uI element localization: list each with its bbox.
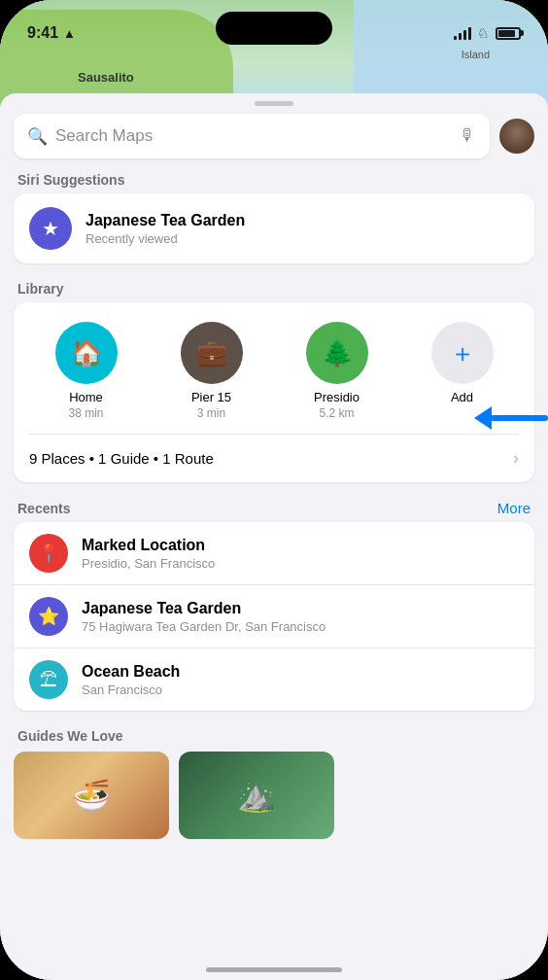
library-item-add-detail [461, 406, 463, 420]
beach-icon: ⛱ [40, 670, 57, 690]
home-icon-circle: 🏠 [55, 322, 118, 384]
pin-icon: 📍 [38, 542, 59, 564]
library-item-home[interactable]: 🏠 Home 38 min [48, 322, 125, 420]
tea-garden-name: Japanese Tea Garden [82, 600, 519, 617]
library-item-presidio-detail: 5.2 km [319, 406, 354, 420]
search-icon: 🔍 [27, 126, 48, 147]
library-item-pier[interactable]: 💼 Pier 15 3 min [173, 322, 251, 420]
main-panel: 🔍 Search Maps 🎙 Siri Suggestions ★ Japan… [0, 93, 548, 980]
briefcase-icon: 💼 [196, 338, 227, 368]
library-summary-text: 9 Places • 1 Guide • 1 Route [29, 450, 214, 467]
marked-location-name: Marked Location [82, 537, 519, 554]
tea-garden-info: Japanese Tea Garden 75 Hagiwara Tea Gard… [82, 600, 519, 634]
signal-bars-icon [454, 26, 471, 40]
wifi-icon: ♘ [477, 25, 490, 41]
guide-thumb-nature[interactable]: ⛰️ [179, 752, 334, 839]
signal-bar-3 [463, 30, 466, 40]
status-time: 9:41 [27, 24, 58, 42]
phone-frame: Sausalito Island 9:41 ▲ ♘ � [0, 0, 548, 980]
mic-icon[interactable]: 🎙 [460, 126, 476, 146]
library-item-home-name: Home [69, 390, 103, 404]
plus-icon: ＋ [450, 336, 475, 370]
library-card: 🏠 Home 38 min 💼 Pier 15 3 min [14, 302, 534, 482]
guide-thumb-food[interactable]: 🍜 [14, 752, 169, 839]
star-recent-icon: ⭐ [38, 606, 59, 627]
nature-thumb-emoji: ⛰️ [237, 777, 276, 814]
battery-fill [498, 30, 515, 37]
avatar[interactable] [499, 119, 534, 154]
location-arrow-icon: ▲ [63, 26, 76, 41]
guides-thumbnails: 🍜 ⛰️ [0, 752, 548, 858]
presidio-icon-circle: 🌲 [306, 322, 368, 384]
recents-label: Recents [17, 501, 70, 516]
guides-label: Guides We Love [0, 715, 548, 752]
marked-location-info: Marked Location Presidio, San Francisco [82, 537, 519, 571]
swipe-arrow-indicator [474, 406, 548, 430]
library-item-add[interactable]: ＋ Add [424, 322, 501, 420]
library-item-add-name: Add [451, 390, 473, 404]
recents-header: Recents More [0, 486, 548, 522]
library-item-pier-detail: 3 min [197, 406, 225, 420]
ocean-beach-address: San Francisco [82, 682, 519, 697]
search-bar[interactable]: 🔍 Search Maps 🎙 [14, 114, 490, 158]
library-item-presidio[interactable]: 🌲 Presidio 5.2 km [298, 322, 376, 420]
ocean-beach-name: Ocean Beach [82, 663, 519, 681]
house-icon: 🏠 [71, 338, 102, 368]
chevron-right-icon: › [513, 448, 519, 469]
battery-icon [496, 27, 521, 40]
star-icon: ★ [42, 217, 59, 240]
signal-bar-1 [454, 36, 457, 40]
avatar-face [499, 119, 534, 154]
add-icon-circle: ＋ [431, 322, 494, 384]
signal-bar-4 [468, 27, 471, 40]
library-item-pier-name: Pier 15 [191, 390, 231, 404]
library-summary-row[interactable]: 9 Places • 1 Guide • 1 Route › [14, 435, 534, 482]
arrow-shaft [490, 415, 548, 421]
search-placeholder: Search Maps [55, 126, 452, 146]
dynamic-island [216, 12, 332, 45]
ocean-beach-info: Ocean Beach San Francisco [82, 663, 519, 697]
food-thumb-emoji: 🍜 [72, 777, 111, 814]
library-item-home-detail: 38 min [68, 406, 103, 420]
ocean-beach-icon: ⛱ [29, 660, 68, 699]
tea-garden-icon: ⭐ [29, 597, 68, 636]
marked-location-address: Presidio, San Francisco [82, 556, 519, 571]
siri-suggestion-item[interactable]: ★ Japanese Tea Garden Recently viewed [14, 193, 534, 263]
siri-suggestion-info: Japanese Tea Garden Recently viewed [86, 212, 245, 246]
signal-bar-2 [459, 33, 462, 40]
recent-item-marked-location[interactable]: 📍 Marked Location Presidio, San Francisc… [14, 522, 534, 584]
tree-icon: 🌲 [322, 338, 353, 368]
pier-icon-circle: 💼 [181, 322, 243, 384]
search-bar-container: 🔍 Search Maps 🎙 [0, 106, 548, 168]
recent-item-tea-garden[interactable]: ⭐ Japanese Tea Garden 75 Hagiwara Tea Ga… [14, 584, 534, 648]
siri-suggestion-title: Japanese Tea Garden [86, 212, 245, 229]
library-icons-row: 🏠 Home 38 min 💼 Pier 15 3 min [14, 302, 534, 434]
library-item-presidio-name: Presidio [314, 390, 360, 404]
tea-garden-address: 75 Hagiwara Tea Garden Dr, San Francisco [82, 619, 519, 634]
status-icons: ♘ [454, 25, 521, 41]
recent-item-ocean-beach[interactable]: ⛱ Ocean Beach San Francisco [14, 648, 534, 711]
siri-suggestion-subtitle: Recently viewed [86, 231, 245, 246]
recents-more-button[interactable]: More [497, 500, 531, 516]
marked-location-icon: 📍 [29, 534, 68, 573]
library-label: Library [0, 277, 548, 302]
siri-suggestion-icon: ★ [29, 207, 72, 250]
recents-card: 📍 Marked Location Presidio, San Francisc… [14, 522, 534, 711]
home-indicator [206, 967, 342, 972]
map-label-sausalito: Sausalito [78, 70, 134, 85]
siri-suggestions-label: Siri Suggestions [0, 168, 548, 193]
